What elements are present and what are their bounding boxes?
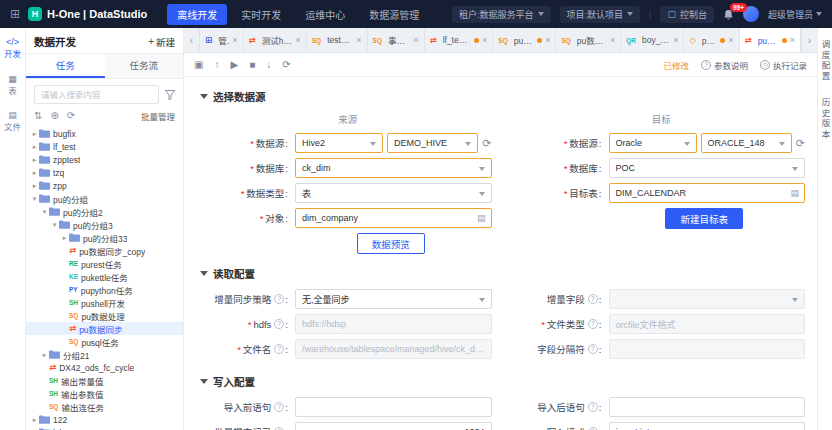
tree-task-row[interactable]: ⇄pu数据同步_copy	[26, 244, 183, 257]
explorer-tab-taskflows[interactable]: 任务流	[105, 54, 184, 78]
tree-folder-row[interactable]: ▾pu的分组2	[26, 205, 183, 218]
tab-close-icon[interactable]: ×	[545, 35, 550, 45]
table-picker-icon[interactable]: ▤	[477, 213, 486, 223]
search-input[interactable]	[34, 85, 159, 104]
nav-offline-dev[interactable]: 离线开发	[167, 4, 227, 25]
target-ds-type-select[interactable]: Oracle	[609, 133, 697, 153]
tab-close-icon[interactable]: ×	[790, 35, 795, 45]
explorer-tab-tasks[interactable]: 任务	[26, 54, 105, 78]
source-object-input[interactable]: dim_company ▤	[295, 208, 492, 228]
tree-folder-row[interactable]: ▸pu的分组33	[26, 231, 183, 244]
target-table-input[interactable]: DIM_CALENDAR ▤	[609, 183, 806, 203]
save-icon[interactable]: ▣	[194, 60, 203, 70]
editor-tab[interactable]: SQpu数据处理(V2)×	[556, 28, 621, 52]
submit-icon[interactable]: ↑	[214, 60, 219, 70]
editor-tab[interactable]: SQpu数据处理×	[493, 28, 556, 52]
tab-close-icon[interactable]: ×	[356, 35, 361, 45]
tree-folder-row[interactable]: ▸122	[26, 413, 183, 426]
editor-tab[interactable]: ⇄pu数据同步×	[740, 28, 802, 52]
target-database-select[interactable]: POC	[609, 158, 806, 178]
tree-task-row[interactable]: SHpushell开发	[26, 296, 183, 309]
incr-strategy-select[interactable]: 无,全量同步	[295, 289, 492, 309]
tree-task-row[interactable]: SH输出参数值	[26, 387, 183, 400]
pre-sql-input[interactable]	[295, 397, 492, 417]
activity-dev[interactable]: </>开发	[4, 38, 21, 59]
tab-close-icon[interactable]: ×	[413, 35, 418, 45]
exec-history-link[interactable]: ◷执行记录	[760, 59, 807, 71]
tree-task-row[interactable]: KEpukettle任务	[26, 270, 183, 283]
write-mode-select[interactable]: insert into	[609, 422, 806, 430]
tab-scroll-left-icon[interactable]: ‹	[184, 28, 200, 52]
tree-folder-row[interactable]: ▸分组21	[26, 348, 183, 361]
source-ds-type-select[interactable]: Hive2	[295, 133, 383, 153]
section-header-write-config[interactable]: 写入配置	[200, 374, 805, 389]
console-link[interactable]: ▢ 控制台	[660, 6, 714, 23]
tab-scroll-right-icon[interactable]: ›	[801, 28, 817, 52]
refresh-target-datasource-icon[interactable]: ⟳	[796, 138, 805, 149]
tab-close-icon[interactable]: ×	[296, 35, 301, 45]
section-header-read-config[interactable]: 读取配置	[200, 266, 805, 281]
activity-tables[interactable]: ▦表	[8, 75, 17, 96]
locate-icon[interactable]: ⊕	[50, 111, 58, 121]
project-selector[interactable]: 项目:默认项目	[560, 6, 641, 23]
editor-tab[interactable]: SQtest_sql1204×	[307, 28, 368, 52]
nav-ops-center[interactable]: 运维中心	[295, 4, 355, 25]
data-preview-button[interactable]: 数据预览	[357, 233, 425, 254]
params-doc-link[interactable]: ?参数说明	[701, 59, 748, 71]
filter-icon[interactable]	[165, 90, 175, 100]
table-picker-icon[interactable]: ▤	[790, 188, 799, 198]
tree-folder-row[interactable]: ▸bugfix	[26, 127, 183, 140]
user-menu[interactable]: 超级管理员	[768, 8, 822, 21]
source-datatype-select[interactable]: 表	[295, 183, 492, 203]
tree-folder-row[interactable]: ▾pu的分组3	[26, 218, 183, 231]
create-target-table-button[interactable]: 新建目标表	[665, 208, 743, 229]
editor-tab[interactable]: SQ事实表测试×	[368, 28, 425, 52]
editor-tab[interactable]: ◇pu任务流×	[684, 28, 739, 52]
tree-task-row[interactable]: REpurest任务	[26, 257, 183, 270]
tree-folder-row[interactable]: ▾pu的分组	[26, 192, 183, 205]
new-task-button[interactable]: + 新建	[148, 35, 175, 49]
source-ds-name-select[interactable]: DEMO_HIVE	[387, 133, 478, 153]
notification-bell[interactable]: 99+	[723, 9, 734, 20]
tree-folder-row[interactable]: ▸zpp	[26, 179, 183, 192]
stop-icon[interactable]: ■	[249, 60, 255, 70]
tree-task-row[interactable]: SQpu数据处理	[26, 309, 183, 322]
post-sql-input[interactable]	[609, 397, 806, 417]
tab-close-icon[interactable]: ×	[673, 35, 678, 45]
tree-refresh-icon[interactable]: ⟳	[67, 111, 75, 121]
tree-task-row[interactable]: SQpusql任务	[26, 335, 183, 348]
tree-folder-row[interactable]: ▸tzq	[26, 166, 183, 179]
editor-tab[interactable]: ⇄lf_test_20231208_01×	[425, 28, 494, 52]
app-grid-icon[interactable]: ⊞	[10, 8, 20, 20]
tree-task-row[interactable]: SH输出常量值	[26, 374, 183, 387]
expand-collapse-icon[interactable]: ⇅	[34, 111, 42, 121]
editor-tab[interactable]: ⊞管理等×	[200, 28, 244, 52]
batch-commit-input[interactable]: 1024	[295, 422, 492, 430]
editor-tab[interactable]: QRboy_failedSql×	[621, 28, 684, 52]
tree-task-row[interactable]: PYpupython任务	[26, 283, 183, 296]
editor-tab[interactable]: ⇄测试hive日期类型×	[244, 28, 307, 52]
tab-close-icon[interactable]: ×	[482, 35, 487, 45]
refresh-icon[interactable]: ⟳	[282, 60, 290, 70]
batch-manage-link[interactable]: 批量管理	[141, 110, 175, 122]
refresh-datasource-icon[interactable]: ⟳	[482, 138, 491, 149]
tree-folder-row[interactable]: ▸lf_test	[26, 140, 183, 153]
activity-files[interactable]: ▤文件	[4, 111, 21, 132]
nav-realtime-dev[interactable]: 实时开发	[231, 4, 291, 25]
tree-task-row[interactable]: ⇄DX42_ods_fc_cycle	[26, 361, 183, 374]
tree-folder-row[interactable]: ▸zpptest	[26, 153, 183, 166]
run-icon[interactable]: ▶	[230, 60, 238, 70]
tree-task-row[interactable]: ⇄pu数据同步	[26, 322, 183, 335]
download-icon[interactable]: ↓	[266, 60, 271, 70]
tree-folder-row[interactable]: ▸lal	[26, 426, 183, 430]
nav-datasource-mgmt[interactable]: 数据源管理	[359, 4, 429, 25]
tenant-selector[interactable]: 租户:数据服务平台	[452, 6, 551, 23]
tab-close-icon[interactable]: ×	[610, 35, 615, 45]
source-database-select[interactable]: ck_dim	[295, 158, 492, 178]
tab-close-icon[interactable]: ×	[232, 35, 237, 45]
rail-schedule-config[interactable]: 调度配置	[819, 40, 831, 82]
section-header-select-datasource[interactable]: 选择数据源	[200, 89, 805, 104]
tree-task-row[interactable]: SQ输出连任务	[26, 400, 183, 413]
tab-close-icon[interactable]: ×	[728, 35, 733, 45]
rail-history-versions[interactable]: 历史版本	[819, 98, 831, 140]
